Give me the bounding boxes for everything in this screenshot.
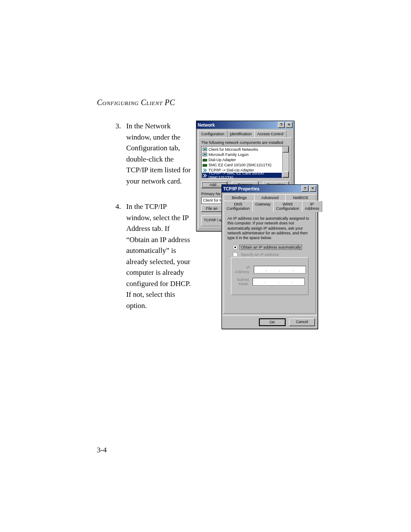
help-icon[interactable]: ? — [302, 186, 308, 192]
radio-label: Obtain an IP address automatically — [240, 245, 302, 249]
svg-rect-1 — [204, 148, 206, 150]
step-number: 3. — [115, 121, 121, 132]
cancel-button[interactable]: Cancel — [289, 318, 315, 326]
page-header: Configuring Client PC — [97, 98, 175, 107]
list-item-label: Microsoft Family Logon — [209, 152, 249, 157]
tcpip-properties-window: TCP/IP Properties ? × Bindings Advanced … — [221, 184, 318, 329]
specify-group: IP Address: ... Subnet Mask: ... — [231, 257, 308, 295]
tab-configuration[interactable]: Configuration — [198, 131, 227, 137]
protocol-icon — [202, 168, 207, 173]
window-title: Network — [198, 123, 277, 128]
scrollbar[interactable] — [282, 146, 289, 177]
components-label: The following network components are ins… — [201, 140, 289, 145]
radio-specify[interactable]: Specify an IP address: — [233, 252, 313, 257]
svg-rect-3 — [204, 153, 206, 155]
list-item[interactable]: SMC EZ Card 10/100 (SMC1211TX) — [202, 162, 282, 168]
primary-logon-select[interactable]: Client for M — [201, 197, 222, 204]
help-icon[interactable]: ? — [278, 122, 285, 128]
components-listbox[interactable]: Client for Microsoft Networks Microsoft … — [201, 146, 289, 178]
help-text: An IP address can be automatically assig… — [227, 216, 312, 240]
description-text: TCP/IP i wide-are — [204, 218, 221, 222]
scroll-up-icon[interactable] — [283, 146, 289, 152]
list-item[interactable]: Dial-Up Adapter — [202, 157, 282, 162]
adapter-icon — [202, 163, 207, 168]
ok-button[interactable]: OK — [259, 318, 286, 326]
radio-label: Specify an IP address: — [240, 252, 280, 257]
list-item-label: Dial-Up Adapter — [209, 158, 236, 162]
svg-rect-4 — [203, 159, 207, 161]
tabs: Bindings Advanced NetBIOS DNS Configurat… — [222, 193, 318, 212]
subnet-mask-input[interactable]: ... — [252, 278, 305, 286]
titlebar[interactable]: Network ? × — [196, 121, 294, 129]
radio-dot-icon — [233, 245, 238, 250]
tab-dns[interactable]: DNS Configuration — [224, 201, 253, 212]
description-group: TCP/IP i wide-are — [201, 215, 224, 226]
tab-access-control[interactable]: Access Control — [254, 131, 286, 137]
list-item[interactable]: Microsoft Family Logon — [202, 152, 282, 157]
step-text: In the TCP/IP window, select the IP Addr… — [126, 201, 193, 311]
tab-identification[interactable]: Identification — [227, 131, 255, 137]
tab-ip-address[interactable]: IP Address — [302, 201, 322, 212]
protocol-icon — [202, 173, 207, 178]
radio-dot-icon — [233, 252, 238, 257]
step-text: In the Network window, under the Configu… — [126, 121, 193, 187]
tabs: Configuration Identification Access Cont… — [196, 129, 294, 137]
tab-netbios[interactable]: NetBIOS — [285, 194, 316, 201]
svg-rect-7 — [204, 163, 205, 164]
tab-gateway[interactable]: Gateway — [252, 201, 274, 212]
close-icon[interactable]: × — [309, 186, 316, 192]
tab-bindings[interactable]: Bindings — [224, 194, 255, 201]
titlebar[interactable]: TCP/IP Properties ? × — [222, 185, 318, 193]
svg-rect-6 — [203, 164, 207, 166]
client-icon — [202, 147, 207, 152]
subnet-mask-label: Subnet Mask: — [235, 277, 249, 286]
list-item-label: SMC EZ Card 10/100 (SMC1211TX) — [209, 163, 271, 167]
list-item-label: Client for Microsoft Networks — [209, 147, 258, 152]
window-title: TCP/IP Properties — [223, 187, 301, 191]
page-number: 3-4 — [97, 446, 107, 454]
radio-obtain-auto[interactable]: Obtain an IP address automatically — [233, 245, 313, 250]
list-item[interactable]: Client for Microsoft Networks — [202, 147, 282, 152]
ip-address-pane: An IP address can be automatically assig… — [224, 212, 316, 314]
list-item[interactable]: TCP/IP -> SMC EZ Card 10/100 (SMC1211TX) — [202, 173, 282, 178]
adapter-icon — [202, 158, 207, 162]
ip-address-input[interactable]: ... — [254, 266, 306, 274]
list-item-label: TCP/IP -> SMC EZ Card 10/100 (SMC1211TX) — [209, 171, 281, 180]
ip-address-label: IP Address: — [235, 265, 250, 274]
svg-rect-5 — [204, 158, 205, 159]
scroll-down-icon[interactable] — [283, 171, 289, 177]
step-number: 4. — [115, 201, 121, 212]
client-icon — [202, 152, 207, 157]
close-icon[interactable]: × — [286, 122, 293, 128]
file-print-sharing-button[interactable]: File an — [201, 205, 222, 212]
tab-advanced[interactable]: Advanced — [254, 194, 285, 201]
tab-wins[interactable]: WINS Configuration — [273, 201, 302, 212]
